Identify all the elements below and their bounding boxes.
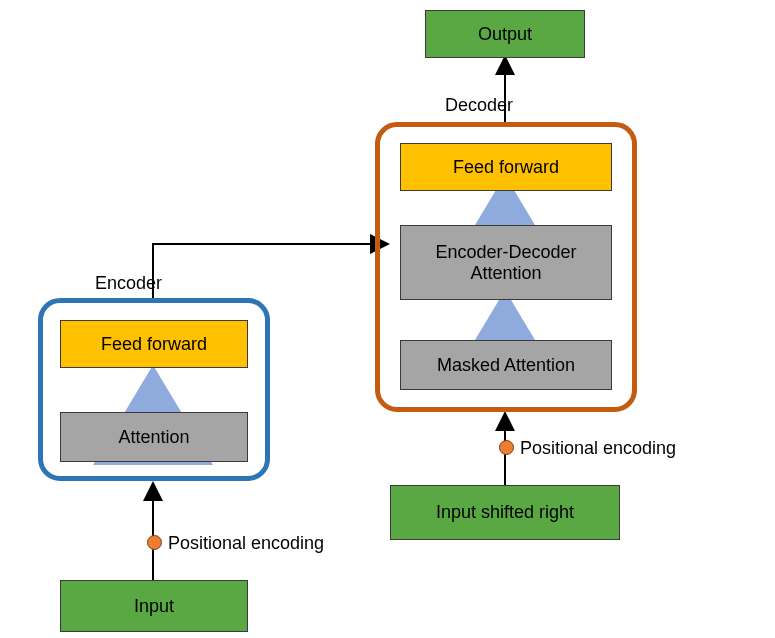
decoder-positional-encoding-label: Positional encoding — [520, 438, 676, 459]
encoder-title: Encoder — [95, 273, 162, 294]
decoder-feed-forward-label: Feed forward — [453, 157, 559, 178]
decoder-title: Decoder — [445, 95, 513, 116]
decoder-positional-dot-icon — [499, 440, 514, 455]
encoder-feed-forward: Feed forward — [60, 320, 248, 368]
arrow-encoder-to-decoder — [153, 244, 388, 298]
output-box: Output — [425, 10, 585, 58]
output-label: Output — [478, 24, 532, 45]
input-box: Input — [60, 580, 248, 632]
input-shifted-right-box: Input shifted right — [390, 485, 620, 540]
diagram-canvas: Output Decoder Feed forward Encoder-Deco… — [0, 0, 775, 638]
encoder-decoder-attention: Encoder-Decoder Attention — [400, 225, 612, 300]
input-shifted-right-label: Input shifted right — [436, 502, 574, 523]
encoder-feed-forward-label: Feed forward — [101, 334, 207, 355]
encoder-decoder-attention-label: Encoder-Decoder Attention — [435, 242, 576, 283]
attention-label: Attention — [118, 427, 189, 448]
encoder-positional-encoding-label: Positional encoding — [168, 533, 324, 554]
masked-attention-label: Masked Attention — [437, 355, 575, 376]
attention: Attention — [60, 412, 248, 462]
masked-attention: Masked Attention — [400, 340, 612, 390]
encoder-positional-dot-icon — [147, 535, 162, 550]
input-label: Input — [134, 596, 174, 617]
decoder-feed-forward: Feed forward — [400, 143, 612, 191]
